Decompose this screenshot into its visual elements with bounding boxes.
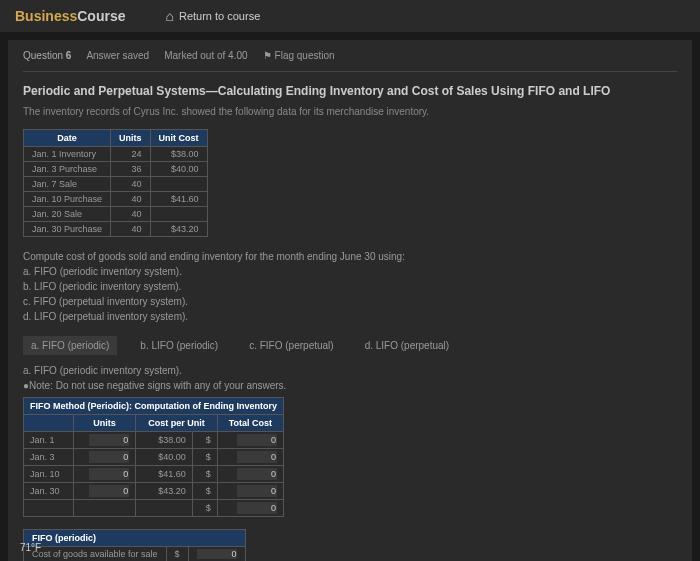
table-row: $ — [24, 500, 284, 517]
total-input[interactable] — [237, 451, 277, 463]
fifo-computation-table: FIFO Method (Periodic): Computation of E… — [23, 397, 284, 517]
table-row: Jan. 30 Purchase40$43.20 — [24, 222, 208, 237]
note: ●Note: Do not use negative signs with an… — [23, 380, 677, 391]
table-row: Jan. 10 Purchase40$41.60 — [24, 192, 208, 207]
col-units: Units — [111, 130, 151, 147]
table-row: Jan. 30$43.20$ — [24, 483, 284, 500]
section-subtitle: a. FIFO (periodic inventory system). — [23, 365, 677, 376]
table-row: Jan. 7 Sale40 — [24, 177, 208, 192]
tab-lifo-perpetual[interactable]: d. LIFO (perpetual) — [357, 336, 457, 355]
page-title: Periodic and Perpetual Systems—Calculati… — [23, 84, 677, 98]
cogs-available-input[interactable] — [197, 549, 237, 559]
table-row: Jan. 1 Inventory24$38.00 — [24, 147, 208, 162]
units-input[interactable] — [89, 434, 129, 446]
units-input[interactable] — [89, 451, 129, 463]
logo: BusinessCourse — [15, 8, 125, 24]
question-number: Question 6 — [23, 50, 71, 61]
table-row: Jan. 10$41.60$ — [24, 466, 284, 483]
units-input[interactable] — [89, 468, 129, 480]
table-row: Cost of goods available for sale$ — [24, 547, 246, 562]
method-tabs: a. FIFO (periodic) b. LIFO (periodic) c.… — [23, 336, 677, 355]
fifo-table-header: FIFO Method (Periodic): Computation of E… — [24, 398, 284, 415]
flag-question-link[interactable]: Flag question — [263, 50, 335, 61]
total-input[interactable] — [237, 434, 277, 446]
col-cost: Unit Cost — [150, 130, 207, 147]
grand-total-input[interactable] — [237, 502, 277, 514]
table-row: Jan. 3$40.00$ — [24, 449, 284, 466]
inventory-table: Date Units Unit Cost Jan. 1 Inventory24$… — [23, 129, 208, 237]
table-row: Jan. 1$38.00$ — [24, 432, 284, 449]
question-bar: Question 6 Answer saved Marked out of 4.… — [23, 50, 677, 72]
home-icon — [165, 8, 173, 24]
marked-out-of: Marked out of 4.00 — [164, 50, 247, 61]
summary-table: FIFO (periodic) Cost of goods available … — [23, 529, 246, 561]
tab-fifo-perpetual[interactable]: c. FIFO (perpetual) — [241, 336, 341, 355]
total-input[interactable] — [237, 485, 277, 497]
total-input[interactable] — [237, 468, 277, 480]
taskbar-temperature: 71°F — [20, 542, 41, 553]
description: The inventory records of Cyrus Inc. show… — [23, 106, 677, 117]
flag-icon — [263, 50, 275, 61]
tab-lifo-periodic[interactable]: b. LIFO (periodic) — [132, 336, 226, 355]
summary-header: FIFO (periodic) — [24, 530, 246, 547]
units-input[interactable] — [89, 485, 129, 497]
table-row: Jan. 20 Sale40 — [24, 207, 208, 222]
compute-instructions: Compute cost of goods sold and ending in… — [23, 249, 677, 324]
return-to-course-link[interactable]: Return to course — [165, 8, 260, 24]
answer-status: Answer saved — [86, 50, 149, 61]
table-row: Jan. 3 Purchase36$40.00 — [24, 162, 208, 177]
col-date: Date — [24, 130, 111, 147]
tab-fifo-periodic[interactable]: a. FIFO (periodic) — [23, 336, 117, 355]
